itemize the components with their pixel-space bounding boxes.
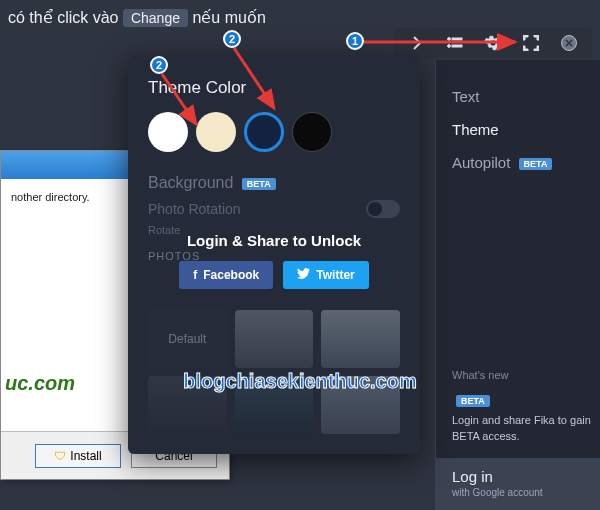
gear-icon[interactable] [484, 34, 502, 52]
svg-rect-3 [452, 45, 462, 47]
fullscreen-icon[interactable] [522, 34, 540, 52]
instruction-text: có thể click vào Change nếu muốn [8, 8, 266, 27]
sidebar-item-autopilot[interactable]: Autopilot BETA [452, 146, 600, 179]
annotation-2a: 2 [223, 30, 241, 48]
facebook-icon: f [193, 268, 197, 282]
login-block[interactable]: Log in with Google account [436, 458, 600, 510]
change-kbd: Change [123, 9, 188, 27]
instruction-after: nếu muốn [192, 9, 265, 26]
photo-rotation-toggle[interactable] [366, 200, 400, 218]
sidebar-item-text[interactable]: Text [452, 80, 600, 113]
annotation-2b: 2 [150, 56, 168, 74]
swatch-cream[interactable] [196, 112, 236, 152]
beta-badge: BETA [519, 158, 553, 170]
beta-access-block: BETA Login and share Fika to gain BETA a… [452, 391, 600, 444]
thumb-3[interactable] [321, 310, 400, 368]
whats-new-heading: What's new [452, 369, 600, 381]
chevron-right-icon[interactable] [408, 34, 426, 52]
facebook-button[interactable]: f Facebook [179, 261, 273, 289]
beta-badge: BETA [242, 178, 276, 190]
background-title: Background BETA [148, 174, 400, 192]
theme-swatches [148, 112, 400, 152]
instruction-before: có thể click vào [8, 9, 118, 26]
watermark: blogchiasekienthuc.com [183, 370, 416, 393]
list-icon[interactable] [446, 34, 464, 52]
annotation-1: 1 [346, 32, 364, 50]
twitter-icon [297, 268, 310, 282]
login-label: Log in [452, 468, 600, 485]
install-button[interactable]: 🛡 Install [35, 444, 121, 468]
sidebar-item-label: Autopilot [452, 154, 510, 171]
installer-brand: uc.com [5, 372, 75, 395]
sidebar-item-theme[interactable]: Theme [452, 113, 600, 146]
unlock-overlay: Login & Share to Unlock f Facebook Twitt… [128, 232, 420, 289]
login-sublabel: with Google account [452, 487, 600, 498]
right-sidebar: Text Theme Autopilot BETA What's new BET… [435, 60, 600, 510]
beta-desc: Login and share Fika to gain BETA access… [452, 413, 592, 444]
facebook-label: Facebook [203, 268, 259, 282]
thumb-default[interactable]: Default [148, 310, 227, 368]
close-circle-icon[interactable] [560, 34, 578, 52]
svg-point-2 [448, 45, 451, 48]
thumb-2[interactable] [235, 310, 314, 368]
svg-rect-1 [452, 38, 462, 40]
beta-badge-small: BETA [456, 395, 490, 407]
theme-color-title: Theme Color [148, 78, 400, 98]
swatch-black[interactable] [292, 112, 332, 152]
top-toolbar [394, 28, 592, 58]
svg-point-0 [448, 38, 451, 41]
install-label: Install [70, 449, 101, 463]
photo-rotation-label: Photo Rotation [148, 201, 241, 217]
unlock-title: Login & Share to Unlock [128, 232, 420, 249]
photo-rotation-row: Photo Rotation [148, 200, 400, 218]
shield-icon: 🛡 [54, 449, 66, 463]
swatch-darkblue[interactable] [244, 112, 284, 152]
twitter-button[interactable]: Twitter [283, 261, 368, 289]
settings-panel: Theme Color Background BETA Photo Rotati… [128, 56, 420, 454]
swatch-white[interactable] [148, 112, 188, 152]
twitter-label: Twitter [316, 268, 354, 282]
